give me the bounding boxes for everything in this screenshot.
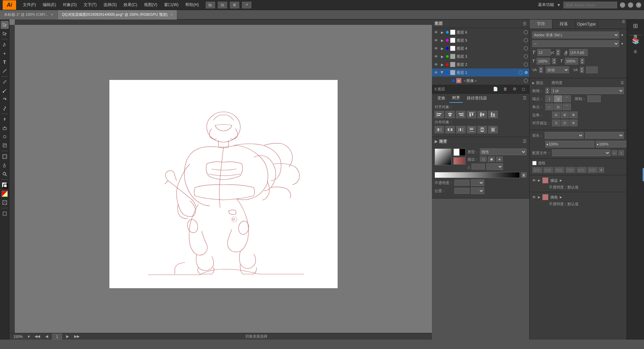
- layer-arrow-5[interactable]: ▶: [440, 38, 445, 43]
- profile-select[interactable]: [552, 149, 610, 156]
- symbol-tool[interactable]: [1, 133, 9, 141]
- tab-align[interactable]: 对齐: [449, 94, 463, 103]
- layer-row[interactable]: 👁 ▶ 图层 6: [432, 28, 529, 36]
- stroke-end-btn2[interactable]: ⊐: [554, 95, 562, 102]
- layer-arrow-2[interactable]: ▶: [440, 62, 445, 67]
- va-down[interactable]: ▼: [539, 70, 543, 73]
- fill-eye[interactable]: 👁: [532, 195, 536, 199]
- stroke-end-btn1[interactable]: |: [545, 95, 553, 102]
- next-page-btn[interactable]: ▶▶: [73, 334, 81, 339]
- stroke-align-s-btn3[interactable]: ⊞: [569, 120, 578, 126]
- menu-view[interactable]: 视图(V): [141, 1, 160, 9]
- zoom-display[interactable]: 150%: [12, 334, 24, 339]
- tab-character[interactable]: 字符: [530, 19, 552, 29]
- va2-down[interactable]: ▼: [580, 70, 584, 73]
- tracking-down[interactable]: ▼: [552, 61, 556, 64]
- delete-layer-btn[interactable]: 🗑: [502, 86, 509, 92]
- dist-center-h-btn[interactable]: [445, 126, 455, 133]
- menu-file[interactable]: 文件(F): [20, 1, 39, 9]
- gradient-stroke-preview2[interactable]: [453, 157, 465, 165]
- gradient-position-input[interactable]: [454, 188, 469, 194]
- layer-eye-image[interactable]: [440, 78, 445, 83]
- dist-right-btn[interactable]: [456, 126, 465, 133]
- next-btn[interactable]: ▶: [65, 334, 70, 339]
- menu-window[interactable]: 窗口(W): [161, 1, 181, 9]
- edit-artwork-icon[interactable]: [1, 199, 9, 207]
- stroke-align-s-btn2[interactable]: ⊡: [561, 120, 569, 126]
- gap-input-3[interactable]: [588, 167, 598, 173]
- graph-tool[interactable]: [1, 141, 9, 149]
- page-input[interactable]: [52, 334, 62, 340]
- menu-object[interactable]: 对象(O): [60, 1, 79, 9]
- leading-input[interactable]: [569, 49, 588, 56]
- prev-page-btn[interactable]: ◀◀: [33, 334, 41, 339]
- align-bottom-btn[interactable]: [488, 111, 498, 118]
- layer-row-4[interactable]: 👁 ▶ 图层 4: [432, 44, 529, 52]
- layer-eye-4[interactable]: 👁: [433, 46, 439, 51]
- layer-arrow-3[interactable]: ▶: [440, 54, 445, 59]
- stroke-color-right-expand[interactable]: ▶: [560, 179, 562, 182]
- stroke-join-btn3[interactable]: ⌒: [563, 103, 571, 110]
- kerning-input[interactable]: [565, 58, 578, 64]
- layer-row-3[interactable]: 👁 ▶ 图层 3: [432, 52, 529, 60]
- align-top-btn[interactable]: [467, 111, 476, 118]
- font-style-dropdown[interactable]: ▼: [621, 42, 624, 46]
- profile-flip-v-btn[interactable]: ↕: [618, 150, 624, 156]
- gradient-type-select[interactable]: 线性 径向: [480, 148, 527, 155]
- transform-tool[interactable]: [1, 124, 9, 132]
- gradient-position-select[interactable]: [471, 187, 484, 194]
- warp-tool[interactable]: [1, 104, 9, 112]
- font-name-dropdown[interactable]: ▼: [621, 33, 624, 37]
- fill-color-swatch[interactable]: [542, 194, 548, 200]
- stroke-corner-limit[interactable]: [587, 95, 601, 102]
- menu-select[interactable]: 选择(S): [101, 1, 119, 9]
- va-select[interactable]: 自动: [546, 67, 569, 73]
- gap-input-2[interactable]: [565, 167, 576, 173]
- direct-selection-tool[interactable]: [1, 30, 9, 38]
- layer-arrow-4[interactable]: ▶: [440, 46, 445, 51]
- align-left-btn[interactable]: [435, 111, 444, 118]
- create-template-btn[interactable]: ◻: [521, 86, 527, 92]
- tab-untitled-close[interactable]: ✕: [51, 13, 53, 16]
- library-label[interactable]: 库: [633, 45, 638, 48]
- zoom-tool[interactable]: [1, 170, 9, 178]
- gradient-header[interactable]: ▶ 渐变 ☰: [432, 137, 529, 146]
- stroke-width-select[interactable]: 1 pt: [551, 87, 624, 94]
- va2-up[interactable]: ▲: [580, 67, 584, 70]
- kerning-up[interactable]: ▲: [580, 58, 584, 61]
- tab-opentype[interactable]: OpenType: [575, 19, 598, 29]
- tab-transform[interactable]: 变换: [435, 94, 448, 102]
- prev-btn[interactable]: ◀: [44, 334, 49, 339]
- tracking-up[interactable]: ▲: [552, 58, 556, 61]
- dash-input-3[interactable]: [577, 167, 587, 173]
- arrow-scale-end[interactable]: [596, 141, 627, 147]
- type-panel-menu[interactable]: ☰: [621, 19, 627, 29]
- stroke-width-down[interactable]: ▼: [545, 91, 549, 94]
- stroke-color-swatch[interactable]: [542, 177, 548, 183]
- maximize-button[interactable]: □: [628, 2, 633, 8]
- stroke-end-btn3[interactable]: ⌒: [563, 95, 571, 102]
- layer-eye-6[interactable]: 👁: [433, 30, 439, 35]
- stroke-join-btn1[interactable]: ⌐: [545, 103, 553, 110]
- zoom-dropdown-icon[interactable]: ▼: [27, 335, 31, 339]
- fill-expand[interactable]: ▶: [538, 195, 540, 199]
- arrow-scale-start[interactable]: [545, 141, 594, 147]
- br-icon[interactable]: Br: [206, 2, 215, 8]
- align-center-h-btn[interactable]: [445, 111, 455, 118]
- properties-icon[interactable]: ⊞: [633, 22, 638, 30]
- dist-left-btn[interactable]: [435, 126, 444, 133]
- layer-eye-1[interactable]: 👁: [433, 70, 439, 75]
- stroke-top-menu[interactable]: ☰: [621, 81, 624, 85]
- menu-help[interactable]: 帮助(H): [183, 1, 202, 9]
- font-size-down[interactable]: ▼: [556, 52, 560, 55]
- layer-eye-2[interactable]: 👁: [433, 62, 439, 67]
- draw-inside-icon[interactable]: [1, 210, 9, 218]
- stroke-align-btn3[interactable]: ⊠: [569, 112, 578, 118]
- layer-row-1[interactable]: 👁 ▶ 图层 1: [432, 69, 529, 77]
- layer-row-image[interactable]: Ai ＜图像＞: [432, 77, 529, 85]
- font-size-input[interactable]: [537, 49, 551, 56]
- artboard-tool[interactable]: [1, 152, 9, 161]
- layers-options-btn[interactable]: ⚙: [511, 86, 518, 92]
- selection-tool[interactable]: [1, 21, 9, 29]
- gradient-angle-input[interactable]: [472, 164, 485, 170]
